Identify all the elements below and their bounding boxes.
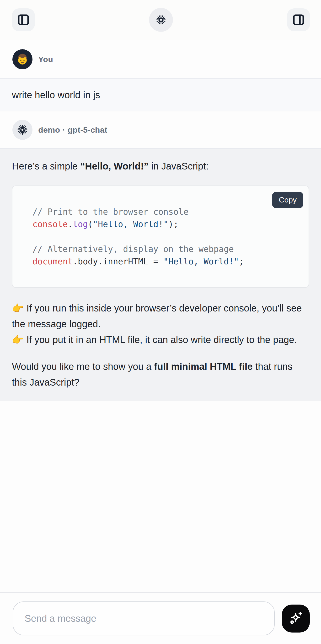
send-button[interactable] (282, 604, 310, 632)
top-bar (0, 0, 321, 40)
assistant-turn-header: demo·gpt-5-chat (0, 112, 321, 148)
assistant-avatar (12, 120, 32, 140)
assistant-message: Here’s a simple “Hello, World!” in JavaS… (0, 148, 321, 401)
agent-name: demo (38, 125, 60, 134)
user-message: write hello world in js (0, 78, 321, 112)
chat-app: You write hello world in js demo·gpt-5-c… (0, 0, 321, 644)
starburst-icon (17, 124, 28, 135)
assistant-paragraph-2: 👉 If you put it in an HTML file, it can … (12, 332, 309, 348)
empty-space (0, 401, 321, 592)
assistant-intro-text: Here’s a simple “Hello, World!” in JavaS… (12, 158, 309, 174)
separator-dot: · (62, 125, 65, 134)
copy-button[interactable]: Copy (272, 192, 303, 208)
composer (0, 592, 321, 644)
user-avatar (12, 49, 32, 69)
assistant-paragraph-3: Would you like me to show you a full min… (12, 358, 309, 390)
user-author-label: You (38, 55, 53, 64)
assistant-paragraph-1: 👉 If you run this inside your browser’s … (12, 300, 309, 332)
user-turn-header: You (0, 40, 321, 78)
brand-button[interactable] (149, 8, 173, 32)
user-message-text: write hello world in js (12, 90, 100, 100)
sidebar-toggle-button[interactable] (12, 8, 35, 31)
person-emoji-icon (16, 52, 29, 66)
code-content: // Print to the browser consoleconsole.l… (12, 186, 309, 287)
starburst-icon (156, 14, 166, 25)
panel-left-icon (17, 14, 30, 26)
code-block: Copy // Print to the browser consolecons… (12, 186, 309, 288)
sparkles-icon (288, 610, 304, 626)
panel-right-icon (292, 14, 305, 26)
assistant-name-label: demo·gpt-5-chat (38, 125, 107, 134)
right-panel-toggle-button[interactable] (287, 8, 310, 31)
model-name: gpt-5-chat (68, 125, 107, 134)
message-input[interactable] (13, 602, 275, 636)
